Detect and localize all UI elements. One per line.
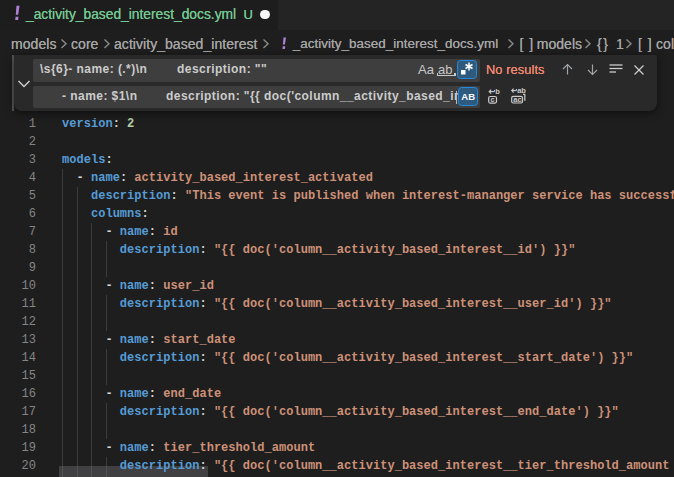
svg-text:c: c: [491, 95, 495, 104]
svg-text:b: b: [495, 89, 500, 96]
svg-text:ac: ac: [513, 95, 521, 104]
